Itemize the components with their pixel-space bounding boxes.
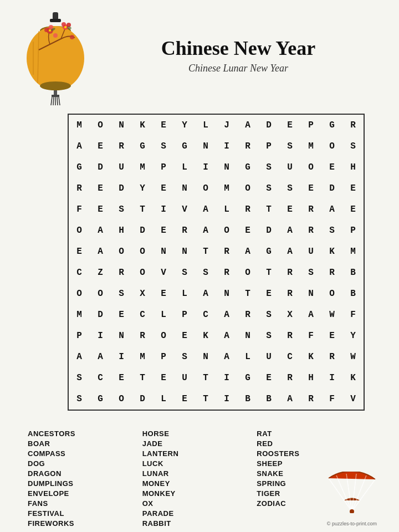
grid-cell: B xyxy=(237,388,258,410)
sub-title: Chinese Lunar New Year xyxy=(100,63,377,74)
grid-cell: O xyxy=(300,157,321,178)
word-item: OX xyxy=(142,499,257,508)
grid-cell: D xyxy=(132,388,153,410)
grid-cell: S xyxy=(111,283,132,304)
grid-cell: C xyxy=(195,304,216,325)
grid-cell: L xyxy=(216,199,237,220)
svg-rect-20 xyxy=(52,95,59,97)
grid-cell: E xyxy=(342,199,364,220)
grid-cell: A xyxy=(321,199,342,220)
grid-cell: R xyxy=(279,283,300,304)
grid-cell: E xyxy=(111,367,132,388)
grid-cell: A xyxy=(90,346,111,367)
grid-cell: S xyxy=(300,262,321,283)
grid-cell: S xyxy=(174,262,195,283)
grid-cell: E xyxy=(90,199,111,220)
grid-cell: K xyxy=(195,325,216,346)
grid-cell: O xyxy=(237,262,258,283)
title-section: Chinese New Year Chinese Lunar New Year xyxy=(89,37,377,74)
grid-container: MONKEYLJADEPGRAERGSGNIRPSMOSGDUMPLINGSUO… xyxy=(68,114,365,411)
grid-cell: E xyxy=(258,283,279,304)
grid-cell: U xyxy=(279,157,300,178)
grid-cell: G xyxy=(237,367,258,388)
grid-cell: O xyxy=(237,178,258,199)
word-item: MONEY xyxy=(142,479,257,488)
grid-cell: B xyxy=(342,262,364,283)
grid-cell: L xyxy=(174,157,195,178)
grid-cell: K xyxy=(321,241,342,262)
header: Chinese New Year Chinese Lunar New Year xyxy=(22,11,377,100)
word-item: JADE xyxy=(142,439,257,448)
grid-cell: N xyxy=(195,136,216,157)
grid-cell: R xyxy=(111,262,132,283)
grid-cell: P xyxy=(153,157,174,178)
grid-cell: O xyxy=(321,283,342,304)
svg-point-12 xyxy=(53,33,58,38)
grid-cell: N xyxy=(300,283,321,304)
lantern-svg xyxy=(22,11,89,105)
grid-cell: A xyxy=(90,241,111,262)
grid-cell: A xyxy=(195,199,216,220)
grid-cell: O xyxy=(69,220,90,241)
grid-cell: U xyxy=(174,367,195,388)
grid-cell: L xyxy=(237,346,258,367)
grid-cell: E xyxy=(153,115,174,136)
grid-cell: T xyxy=(258,262,279,283)
grid-cell: E xyxy=(174,388,195,410)
grid-cell: L xyxy=(153,388,174,410)
copyright: © puzzles-to-print.com xyxy=(327,521,377,526)
grid-cell: T xyxy=(258,199,279,220)
word-item: LANTERN xyxy=(142,449,257,458)
word-item: FESTIVAL xyxy=(28,509,142,518)
grid-cell: A xyxy=(279,220,300,241)
grid-cell: R xyxy=(300,199,321,220)
grid-cell: E xyxy=(153,367,174,388)
grid-cell: Z xyxy=(90,262,111,283)
grid-cell: N xyxy=(216,157,237,178)
grid-cell: E xyxy=(237,220,258,241)
grid-cell: E xyxy=(279,115,300,136)
grid-cell: X xyxy=(132,283,153,304)
grid-cell: O xyxy=(321,136,342,157)
word-item: PARADE xyxy=(142,509,257,518)
grid-cell: R xyxy=(321,346,342,367)
grid-cell: A xyxy=(237,241,258,262)
grid-cell: R xyxy=(216,241,237,262)
svg-line-32 xyxy=(329,478,352,511)
word-column-2: HORSEJADELANTERNLUCKLUNARMONEYMONKEYOXPA… xyxy=(142,429,257,528)
grid-cell: G xyxy=(132,136,153,157)
grid-cell: T xyxy=(132,199,153,220)
grid-cell: A xyxy=(69,346,90,367)
svg-point-18 xyxy=(40,81,71,90)
svg-line-24 xyxy=(57,97,58,105)
grid-cell: D xyxy=(321,178,342,199)
main-title: Chinese New Year xyxy=(100,37,377,60)
grid-cell: V xyxy=(174,199,195,220)
grid-cell: H xyxy=(111,220,132,241)
grid-cell: A xyxy=(216,304,237,325)
grid-cell: R xyxy=(132,325,153,346)
svg-rect-1 xyxy=(50,19,61,22)
grid-cell: A xyxy=(195,220,216,241)
grid-cell: U xyxy=(300,241,321,262)
grid-cell: P xyxy=(342,220,364,241)
svg-point-14 xyxy=(49,29,51,32)
word-item: LUCK xyxy=(142,459,257,468)
grid-cell: M xyxy=(69,115,90,136)
grid-cell: I xyxy=(111,346,132,367)
grid-cell: P xyxy=(174,304,195,325)
grid-cell: O xyxy=(111,241,132,262)
grid-cell: E xyxy=(321,157,342,178)
grid-cell: R xyxy=(342,115,364,136)
svg-point-15 xyxy=(64,26,66,28)
grid-cell: K xyxy=(132,115,153,136)
grid-cell: R xyxy=(237,304,258,325)
word-item: BOAR xyxy=(28,439,142,448)
grid-cell: R xyxy=(300,220,321,241)
grid-cell: A xyxy=(216,325,237,346)
grid-cell: G xyxy=(174,136,195,157)
word-item: FANS xyxy=(28,499,142,508)
word-item: RAT xyxy=(257,429,371,438)
word-item: FIREWORKS xyxy=(28,519,142,528)
grid-cell: T xyxy=(195,367,216,388)
